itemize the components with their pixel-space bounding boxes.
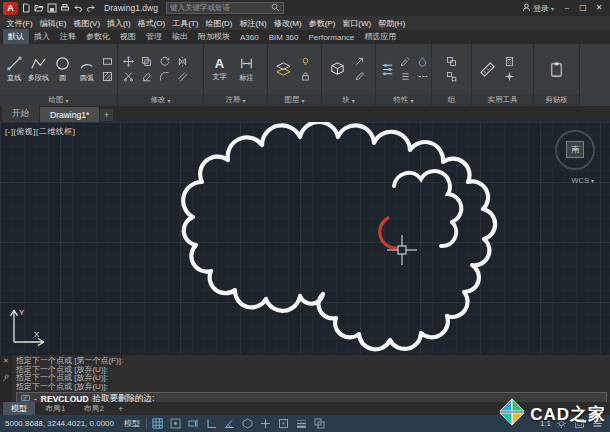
isodraft-icon[interactable] [240, 417, 255, 430]
search-input[interactable]: 键入关键字或短语 [166, 2, 284, 14]
dynamic-input-icon[interactable] [186, 417, 201, 430]
new-layout-button[interactable]: + [114, 404, 127, 414]
menu-item-file[interactable]: 文件(F) [3, 18, 36, 29]
text-button[interactable]: A 文字 [207, 46, 232, 92]
viewport-controls[interactable]: [-][俯视][二维线框] [5, 126, 76, 137]
linetype-icon[interactable] [415, 70, 429, 83]
panel-label-annotate[interactable]: 注释▾ [204, 94, 267, 106]
menu-item-format[interactable]: 格式(O) [134, 18, 169, 29]
ucs-icon[interactable]: Y X [6, 298, 48, 346]
line-button[interactable]: 直线 [3, 46, 25, 92]
ortho-icon[interactable] [204, 417, 219, 430]
offset-icon[interactable] [175, 70, 189, 83]
measure-button[interactable] [475, 46, 500, 92]
menu-item-window[interactable]: 窗口(W) [339, 18, 375, 29]
move-icon[interactable] [121, 55, 135, 68]
lineweight-icon[interactable] [294, 417, 309, 430]
panel-label-modify[interactable]: 修改▾ [118, 94, 203, 106]
copy-icon[interactable] [139, 55, 153, 68]
group-icon[interactable] [445, 55, 459, 68]
grid-icon[interactable] [150, 417, 165, 430]
close-button[interactable]: ✕ [591, 1, 607, 15]
file-tab-start[interactable]: 开始 [2, 105, 39, 122]
transparency-icon[interactable] [312, 417, 327, 430]
menu-item-view[interactable]: 视图(V) [70, 18, 104, 29]
ribbon-tab-parametric[interactable]: 参数化 [81, 29, 115, 44]
new-file-icon[interactable] [21, 3, 31, 13]
snap-icon[interactable] [168, 417, 183, 430]
ribbon-tab-bim360[interactable]: BIM 360 [264, 31, 304, 44]
picked-edge-highlight[interactable] [380, 218, 396, 248]
wcs-menu[interactable]: WCS ▾ [571, 176, 594, 185]
ribbon-tab-manage[interactable]: 管理 [141, 29, 167, 44]
panel-label-block[interactable]: 块▾ [322, 94, 375, 106]
drawing-canvas[interactable]: [-][俯视][二维线框] 南 WCS ▾ Y X [0, 122, 610, 354]
application-menu-button[interactable]: A [3, 2, 18, 15]
viewcube[interactable]: 南 [552, 127, 598, 173]
list-icon[interactable] [398, 70, 412, 83]
panel-label-layers[interactable]: 图层▾ [268, 94, 321, 106]
object-snap-icon[interactable] [276, 417, 291, 430]
ribbon-tab-insert[interactable]: 插入 [29, 29, 55, 44]
insert-block-button[interactable] [325, 46, 350, 92]
object-snap-tracking-icon[interactable] [258, 417, 273, 430]
undo-icon[interactable] [73, 3, 83, 13]
plot-icon[interactable] [60, 3, 70, 13]
menu-item-edit[interactable]: 编辑(E) [36, 18, 70, 29]
menu-item-tools[interactable]: 工具(T) [169, 18, 202, 29]
close-command-window-icon[interactable]: ✕ [3, 357, 9, 364]
ribbon-tab-annotate[interactable]: 注释 [55, 29, 81, 44]
menu-item-modify[interactable]: 修改(M) [270, 18, 305, 29]
layout-tab-model[interactable]: 模型 [3, 402, 35, 415]
circle-button[interactable]: 圆 [52, 46, 74, 92]
maximize-button[interactable]: ▢ [575, 1, 591, 15]
trim-icon[interactable] [121, 70, 135, 83]
ribbon-tab-output[interactable]: 输出 [167, 29, 193, 44]
edit-pencil-icon[interactable] [352, 70, 366, 83]
arc-button[interactable]: 圆弧 [76, 46, 98, 92]
polyline-button[interactable]: 多段线 [27, 46, 49, 92]
hatch-icon[interactable] [100, 70, 114, 83]
polar-tracking-icon[interactable] [222, 417, 237, 430]
minimize-button[interactable]: – [559, 1, 575, 15]
viewcube-cube-face[interactable]: 南 [566, 141, 584, 158]
customize-wrench-icon[interactable] [2, 368, 10, 386]
dimension-button[interactable]: 标注 [234, 46, 259, 92]
search-icon[interactable] [271, 3, 280, 14]
menu-item-dimension[interactable]: 标注(N) [236, 18, 270, 29]
panel-label-groups[interactable]: 组 [432, 94, 471, 106]
paste-button[interactable] [544, 46, 569, 92]
calculator-icon[interactable] [502, 55, 516, 68]
ribbon-tab-performance[interactable]: Performance [303, 31, 359, 44]
ungroup-icon[interactable] [445, 70, 459, 83]
layout-tab-layout1[interactable]: 布局1 [37, 402, 73, 415]
panel-label-clipboard[interactable]: 剪贴板 [534, 94, 579, 106]
lightbulb-icon[interactable] [298, 55, 312, 68]
sign-in-button[interactable]: 登录 ▾ [522, 3, 554, 14]
rectangle-icon[interactable] [100, 55, 114, 68]
command-history[interactable]: 指定下一个点或 [第一个点(F)]: 指定下一个点或 [放弃(U)]: 指定下一… [12, 355, 610, 402]
menu-item-draw[interactable]: 绘图(D) [202, 18, 236, 29]
ribbon-tab-view[interactable]: 视图 [115, 29, 141, 44]
file-tab-drawing1[interactable]: Drawing1* [40, 107, 99, 122]
layout-tab-layout2[interactable]: 布局2 [75, 402, 111, 415]
new-drawing-tab-button[interactable]: + [100, 109, 113, 121]
erase-icon[interactable] [139, 70, 153, 83]
ribbon-tab-a360[interactable]: A360 [235, 31, 264, 44]
panel-label-utilities[interactable]: 实用工具 [472, 94, 533, 106]
rotate-icon[interactable] [157, 55, 171, 68]
open-file-icon[interactable] [34, 3, 44, 13]
model-space-button[interactable]: 模型 [121, 418, 143, 429]
menu-item-help[interactable]: 帮助(H) [375, 18, 409, 29]
id-point-icon[interactable] [502, 70, 516, 83]
layer-properties-button[interactable] [271, 46, 296, 92]
menu-item-parametric[interactable]: 参数(P) [305, 18, 339, 29]
insert-arrow-icon[interactable] [352, 55, 366, 68]
ribbon-tab-add-ins[interactable]: 附加模块 [193, 29, 235, 44]
fillet-icon[interactable] [157, 70, 171, 83]
inner-cloud-arc-top[interactable] [394, 171, 461, 222]
match-properties-icon[interactable] [398, 55, 412, 68]
color-droplet-icon[interactable] [415, 55, 429, 68]
revision-cloud[interactable] [183, 122, 495, 349]
lock-icon[interactable] [298, 70, 312, 83]
